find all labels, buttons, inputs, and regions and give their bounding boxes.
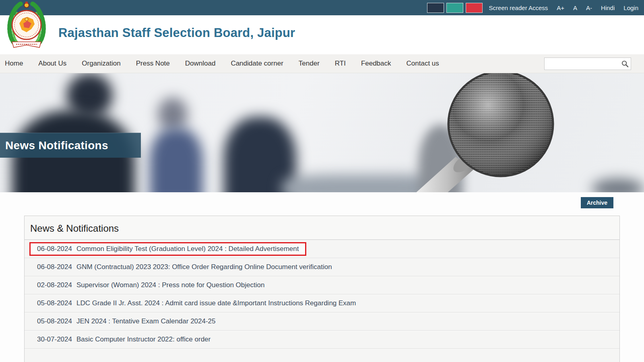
nav-item[interactable]: Download xyxy=(185,60,216,68)
news-title: JEN 2024 : Tentative Exam Calendar 2024-… xyxy=(76,317,216,325)
news-date: 06-08-2024 xyxy=(37,263,72,271)
theme-swatches xyxy=(427,3,483,13)
site-header: Rajasthan Staff Selection Board, Jaipur xyxy=(0,15,644,54)
theme-swatch-red[interactable] xyxy=(466,3,483,13)
news-row: 06-08-2024GNM (Contractual) 2023 2023: O… xyxy=(25,258,619,276)
news-title: Basic Computer Instructor 2022: office o… xyxy=(76,335,211,343)
archive-button[interactable]: Archive xyxy=(581,197,613,208)
login-link[interactable]: Login xyxy=(623,4,638,11)
news-row: 06-08-2024Common Eligibility Test (Gradu… xyxy=(25,240,619,258)
news-date: 05-08-2024 xyxy=(37,299,72,307)
theme-swatch-teal[interactable] xyxy=(446,3,463,13)
news-title: Supervisor (Woman) 2024 : Press note for… xyxy=(76,281,264,289)
news-title: Common Eligibility Test (Graduation Leve… xyxy=(76,245,299,253)
next-row-divider xyxy=(25,348,619,362)
banner-title-band: News Notifications xyxy=(0,133,141,158)
news-title: GNM (Contractual) 2023 2023: Office Orde… xyxy=(76,263,332,271)
hindi-language-link[interactable]: Hindi xyxy=(601,4,615,11)
blurred-person-center-body xyxy=(150,128,203,192)
search-box xyxy=(544,58,631,70)
font-decrease-link[interactable]: A- xyxy=(586,4,592,11)
archive-strip: Archive xyxy=(0,192,644,216)
nav-item[interactable]: Tender xyxy=(299,60,320,68)
news-link[interactable]: 06-08-2024Common Eligibility Test (Gradu… xyxy=(29,242,306,256)
news-title: LDC Grade II Jr. Asst. 2024 : Admit card… xyxy=(76,299,356,307)
news-list: 06-08-2024Common Eligibility Test (Gradu… xyxy=(25,240,619,348)
nav-item[interactable]: RTI xyxy=(335,60,346,68)
theme-swatch-navy[interactable] xyxy=(427,3,444,13)
blurred-person-center-head xyxy=(158,97,188,131)
news-row: 05-08-2024JEN 2024 : Tentative Exam Cale… xyxy=(25,312,619,330)
news-link[interactable]: 05-08-2024JEN 2024 : Tentative Exam Cale… xyxy=(29,315,223,328)
news-panel: News & Notifications 06-08-2024Common El… xyxy=(24,216,620,362)
news-row: 02-08-2024Supervisor (Woman) 2024 : Pres… xyxy=(25,276,619,294)
screen-reader-access-link[interactable]: Screen reader Access xyxy=(489,4,548,11)
news-link[interactable]: 30-07-2024Basic Computer Instructor 2022… xyxy=(29,333,218,346)
nav-item[interactable]: Home xyxy=(5,60,23,68)
font-increase-link[interactable]: A+ xyxy=(557,4,564,11)
nav-item[interactable]: Organization xyxy=(82,60,120,68)
banner-title: News Notifications xyxy=(0,139,108,152)
nav-item[interactable]: Feedback xyxy=(361,60,391,68)
news-row: 05-08-2024LDC Grade II Jr. Asst. 2024 : … xyxy=(25,294,619,312)
font-normal-link[interactable]: A xyxy=(573,4,577,11)
search-icon[interactable] xyxy=(621,60,629,68)
nav-item[interactable]: Contact us xyxy=(407,60,439,68)
page-title: Rajasthan Staff Selection Board, Jaipur xyxy=(58,26,295,40)
top-bar: Screen reader Access A+ A A- Hindi Login xyxy=(0,0,644,15)
main-navigation: Home About Us Organization Press Note Do… xyxy=(0,54,644,73)
nav-item[interactable]: Candidate corner xyxy=(231,60,283,68)
news-link[interactable]: 06-08-2024GNM (Contractual) 2023 2023: O… xyxy=(29,260,340,274)
news-row: 30-07-2024Basic Computer Instructor 2022… xyxy=(25,330,619,348)
news-date: 06-08-2024 xyxy=(37,245,72,253)
news-date: 30-07-2024 xyxy=(37,335,72,343)
search-input[interactable] xyxy=(544,58,631,70)
nav-item[interactable]: About Us xyxy=(38,60,66,68)
nav-menu: Home About Us Organization Press Note Do… xyxy=(5,60,439,68)
top-links: Screen reader Access A+ A A- Hindi Login xyxy=(489,4,638,11)
news-heading: News & Notifications xyxy=(25,216,619,240)
rssb-emblem-logo xyxy=(4,0,49,52)
microphone-image xyxy=(402,73,644,192)
hero-banner: News Notifications xyxy=(0,73,644,192)
nav-item[interactable]: Press Note xyxy=(136,60,170,68)
news-date: 05-08-2024 xyxy=(37,317,72,325)
news-date: 02-08-2024 xyxy=(37,281,72,289)
news-link[interactable]: 05-08-2024LDC Grade II Jr. Asst. 2024 : … xyxy=(29,296,363,310)
news-link[interactable]: 02-08-2024Supervisor (Woman) 2024 : Pres… xyxy=(29,278,272,292)
